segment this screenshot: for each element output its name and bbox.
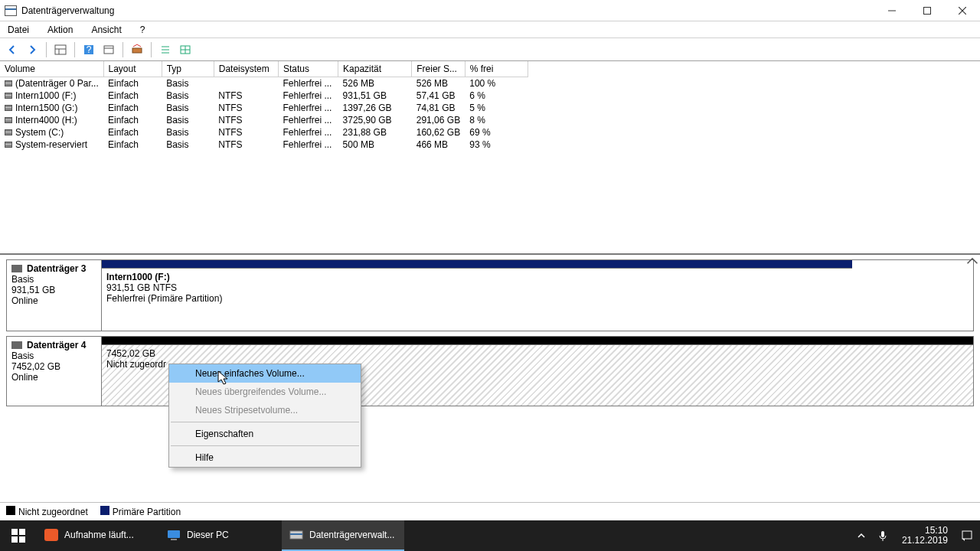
taskbar-app-diskmgmt[interactable]: Datenträgerverwalt... — [282, 520, 404, 551]
forward-button[interactable] — [23, 41, 41, 59]
svg-rect-18 — [11, 529, 18, 535]
separator — [171, 422, 359, 422]
svg-rect-21 — [19, 536, 25, 543]
rescan-button[interactable] — [128, 41, 146, 59]
cell-text: Intern1000 (F:) — [15, 90, 76, 101]
taskbar-app-recorder[interactable]: Aufnahme läuft... — [37, 520, 159, 551]
cell-status: Fehlerfrei ... — [278, 139, 338, 151]
disk-info-4: Datenträger 4 Basis 7452,02 GB Online — [7, 337, 102, 406]
disk-row-3[interactable]: Datenträger 3 Basis 931,51 GB Online Int… — [6, 259, 974, 331]
cell-text: NTFS — [218, 127, 242, 138]
refresh-button[interactable] — [100, 41, 118, 59]
ctx-new-simple-volume[interactable]: Neues einfaches Volume... — [169, 364, 361, 383]
cell-status: Fehlerfrei ... — [278, 90, 338, 102]
cell-text: 3725,90 GB — [343, 115, 392, 126]
cell-fs: NTFS — [214, 126, 278, 139]
list-button[interactable] — [156, 41, 175, 59]
menu-view[interactable]: Ansicht — [87, 23, 126, 37]
table-row[interactable]: Intern1500 (G:)EinfachBasisNTFSFehlerfre… — [0, 102, 528, 114]
cell-text: (Datenträger 0 Par... — [15, 78, 99, 89]
cell-free: 74,81 GB — [412, 102, 466, 114]
cell-layout: Einfach — [103, 77, 162, 90]
table-row[interactable]: System-reserviertEinfachBasisNTFSFehlerf… — [0, 139, 528, 151]
cell-pct: 93 % — [465, 139, 528, 151]
ctx-new-striped-volume: Neues Stripesetvolume... — [169, 401, 361, 419]
window-title: Datenträgerverwaltung — [21, 5, 114, 16]
help-button[interactable]: ? — [80, 41, 98, 59]
cell-status: Fehlerfrei ... — [278, 77, 338, 90]
col-free[interactable]: Freier S... — [412, 61, 466, 77]
cell-text: Einfach — [108, 103, 139, 113]
cell-text: System (C:) — [15, 127, 64, 138]
col-pct[interactable]: % frei — [465, 61, 528, 77]
separator — [74, 42, 75, 57]
col-status[interactable]: Status — [278, 61, 338, 77]
ctx-properties[interactable]: Eigenschaften — [169, 425, 361, 443]
minimize-button[interactable] — [874, 0, 910, 21]
cell-free: 466 MB — [412, 139, 466, 151]
legend-unallocated: Nicht zugeordnet — [6, 506, 88, 517]
app-icon — [5, 5, 17, 16]
ctx-new-spanned-volume: Neues übergreifendes Volume... — [169, 383, 361, 401]
volume-icon — [5, 129, 12, 135]
cell-text: Fehlerfrei ... — [283, 139, 332, 150]
grid-button[interactable] — [176, 41, 194, 59]
back-button[interactable] — [3, 41, 21, 59]
cell-text: System-reserviert — [15, 139, 87, 150]
cell-text: 231,88 GB — [343, 127, 387, 138]
menu-file[interactable]: Datei — [3, 23, 34, 37]
col-type[interactable]: Typ — [162, 61, 214, 77]
cell-text: 100 % — [469, 78, 495, 89]
menu-help[interactable]: ? — [136, 23, 150, 37]
table-row[interactable]: (Datenträger 0 Par...EinfachBasisFehlerf… — [0, 77, 528, 90]
ctx-help[interactable]: Hilfe — [169, 448, 361, 467]
taskbar: Aufnahme läuft... Dieser PC Datenträgerv… — [0, 520, 980, 551]
table-row[interactable]: Intern1000 (F:)EinfachBasisNTFSFehlerfre… — [0, 90, 528, 102]
task-label: Aufnahme läuft... — [64, 530, 134, 540]
col-capacity[interactable]: Kapazität — [338, 61, 412, 77]
scroll-up-button[interactable] — [966, 255, 978, 267]
cell-text: 6 % — [469, 90, 485, 101]
col-layout[interactable]: Layout — [103, 61, 162, 77]
partition-title: Intern1000 (F:) — [106, 272, 848, 282]
clock-date: 21.12.2019 — [902, 536, 948, 546]
menu-action[interactable]: Aktion — [43, 23, 77, 37]
tray-chevron-up-icon[interactable] — [854, 520, 868, 551]
volume-icon — [5, 80, 12, 86]
disk-title: Datenträger 4 — [27, 340, 86, 350]
cell-vol: (Datenträger 0 Par... — [0, 77, 103, 90]
cell-text: Fehlerfrei ... — [283, 115, 332, 126]
partition-body[interactable]: Intern1000 (F:) 931,51 GB NTFS Fehlerfre… — [102, 268, 852, 331]
svg-rect-23 — [168, 530, 180, 538]
cell-text: 526 MB — [343, 78, 374, 89]
svg-rect-27 — [881, 531, 884, 537]
col-volume[interactable]: Volume — [0, 61, 103, 77]
volume-icon — [5, 105, 12, 111]
volume-table[interactable]: Volume Layout Typ Dateisystem Status Kap… — [0, 61, 528, 151]
cell-fs — [214, 77, 278, 90]
cell-fs: NTFS — [214, 90, 278, 102]
cell-text: 160,62 GB — [416, 127, 460, 138]
start-button[interactable] — [0, 520, 37, 551]
tray-mic-icon[interactable] — [876, 520, 890, 551]
cell-pct: 6 % — [465, 90, 528, 102]
taskbar-clock[interactable]: 15:10 21.12.2019 — [897, 526, 952, 546]
disk-state: Online — [11, 372, 96, 383]
cell-text: Basis — [166, 103, 188, 113]
cell-fs: NTFS — [214, 102, 278, 114]
table-row[interactable]: System (C:)EinfachBasisNTFSFehlerfrei ..… — [0, 126, 528, 139]
disk-row-4[interactable]: Datenträger 4 Basis 7452,02 GB Online 74… — [6, 336, 974, 406]
svg-rect-29 — [962, 531, 972, 539]
cell-pct: 5 % — [465, 102, 528, 114]
cell-type: Basis — [162, 90, 214, 102]
table-row[interactable]: Intern4000 (H:)EinfachBasisNTFSFehlerfre… — [0, 114, 528, 126]
maximize-button[interactable] — [910, 0, 945, 21]
col-fs[interactable]: Dateisystem — [214, 61, 278, 77]
cell-pct: 8 % — [465, 114, 528, 126]
close-button[interactable] — [945, 0, 980, 21]
cell-vol: Intern1000 (F:) — [0, 90, 103, 102]
tray-notifications-icon[interactable] — [960, 520, 974, 551]
cell-text: 93 % — [469, 139, 490, 150]
layout-button[interactable] — [51, 41, 70, 59]
taskbar-app-thispc[interactable]: Dieser PC — [159, 520, 282, 551]
